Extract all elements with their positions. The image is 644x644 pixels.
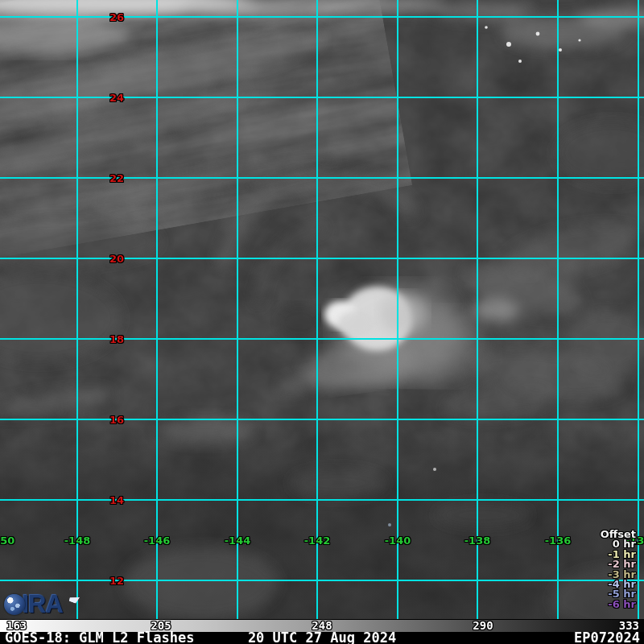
lat-label: 24 [109, 93, 124, 103]
lon-label: -140 [385, 535, 411, 546]
colorbar-tick: 290 [473, 620, 493, 632]
lat-label: 14 [109, 495, 124, 506]
lon-label: -138 [464, 535, 491, 546]
timestamp: 20 UTC 27 Aug 2024 [248, 632, 396, 644]
offset-legend: Offset 0 hr -1 hr -2 hr -3 hr -4 hr -5 h… [601, 530, 636, 609]
satellite-image [0, 0, 644, 619]
status-bar: GOES-18: GLM L2 Flashes 20 UTC 27 Aug 20… [0, 632, 644, 644]
satellite-viewer: 26 24 22 20 18 16 14 12 -150 -148 -146 -… [0, 0, 644, 644]
offset-legend-item: -6 hr [601, 600, 636, 609]
storm-id: EP072024 [574, 632, 640, 644]
product-title: GOES-18: GLM L2 Flashes [5, 632, 194, 644]
lon-label: -146 [144, 535, 171, 546]
lat-label: 18 [109, 334, 124, 345]
lat-label: 20 [109, 254, 124, 264]
lon-label: -148 [64, 535, 91, 546]
lon-label: -136 [545, 535, 572, 546]
lat-label: 26 [109, 12, 124, 23]
lon-label: -150 [0, 535, 14, 546]
lat-label: 16 [109, 415, 124, 425]
satellite-dish-icon [68, 594, 80, 604]
lat-label: 12 [109, 576, 124, 586]
globe-icon [4, 594, 25, 615]
lon-label: -142 [304, 535, 331, 546]
lat-label: 22 [109, 173, 124, 184]
lon-label: -144 [225, 535, 251, 546]
satellite-map: 26 24 22 20 18 16 14 12 -150 -148 -146 -… [0, 0, 644, 619]
cira-logo: CIRA [5, 589, 93, 619]
